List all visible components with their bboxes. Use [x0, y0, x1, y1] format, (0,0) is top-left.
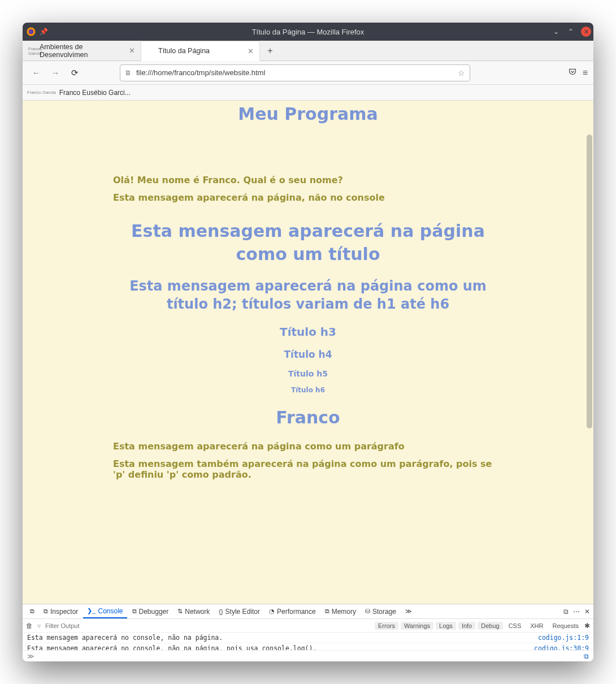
pin-icon[interactable]: 📌 [40, 28, 48, 36]
tab-favicon-icon: Franco Garcia [28, 47, 36, 55]
tab-strip: Franco Garcia Ambientes de Desenvolvimen… [23, 41, 593, 61]
page-paragraph-2: Esta mensagem aparecerá na página, não n… [113, 192, 503, 203]
filter-chip-logs[interactable]: Logs [436, 622, 456, 630]
page-content: Meu Programa Olá! Meu nome é Franco. Qua… [23, 104, 593, 509]
devtools-tab-storage[interactable]: ⛁Storage [361, 604, 400, 618]
devtools-tab-console[interactable]: ❯_Console [83, 604, 127, 618]
url-bar[interactable]: 🗎 file:///home/franco/tmp/site/website.h… [120, 64, 470, 81]
firefox-logo-icon [26, 27, 36, 37]
new-tab-button[interactable]: + [260, 41, 280, 60]
tab-label: Ambientes de Desenvolvimen [40, 43, 125, 59]
filter-chip-xhr[interactable]: XHR [527, 622, 546, 630]
tab-favicon-icon [147, 47, 155, 55]
tab-close-icon[interactable]: ✕ [129, 46, 135, 55]
console-prompt-icon: ≫ [27, 652, 34, 660]
svg-point-1 [29, 29, 34, 34]
window-maximize-button[interactable]: ⌃ [566, 27, 575, 36]
hamburger-menu-icon[interactable]: ≡ [583, 68, 588, 78]
vertical-scrollbar[interactable] [587, 135, 592, 428]
page-scroll-area[interactable]: Meu Programa Olá! Meu nome é Franco. Qua… [23, 101, 593, 604]
bookmarks-toolbar: Franco Garcia Franco Eusébio Garci... [23, 85, 593, 101]
firefox-window: 📌 Título da Página — Mozilla Firefox ⌄ ⌃… [23, 23, 593, 661]
filter-chip-errors[interactable]: Errors [375, 622, 398, 630]
console-log-row[interactable]: Esta mensagem aparecerá no console, não … [23, 633, 593, 643]
devtools-tabbar: ⧉ ⧉Inspector ❯_Console ⧉Debugger ⇅Networ… [23, 604, 593, 619]
bookmark-favicon-icon: Franco Garcia [27, 90, 56, 95]
filter-chip-css[interactable]: CSS [505, 622, 525, 630]
page-paragraph-1: Olá! Meu nome é Franco. Qual é o seu nom… [113, 175, 503, 185]
page-heading-h4: Título h4 [113, 349, 503, 360]
devtools-panel: ⧉ ⧉Inspector ❯_Console ⧉Debugger ⇅Networ… [23, 604, 593, 661]
bookmark-item[interactable]: Franco Eusébio Garci... [59, 89, 131, 97]
filter-chip-info[interactable]: Info [458, 622, 475, 630]
back-button[interactable]: ← [28, 65, 44, 81]
tab-label: Título da Página [158, 47, 210, 55]
devtools-tab-memory[interactable]: ⧉Memory [321, 604, 360, 618]
devtools-tab-debugger[interactable]: ⧉Debugger [128, 604, 173, 618]
window-title: Título da Página — Mozilla Firefox [23, 28, 593, 36]
console-filter-bar: 🗑 ▿ Errors Warnings Logs Info Debug CSS … [23, 619, 593, 633]
page-heading-h3: Título h3 [113, 325, 503, 339]
page-viewport: Meu Programa Olá! Meu nome é Franco. Qua… [23, 101, 593, 604]
devtools-tab-inspector[interactable]: ⧉Inspector [40, 604, 82, 618]
page-heading-h1: Esta mensagem aparecerá na página como u… [113, 220, 503, 266]
devtools-close-icon[interactable]: ✕ [584, 608, 590, 616]
devtools-more-tabs-icon[interactable]: ≫ [401, 604, 416, 618]
console-log-source[interactable]: codigo.js:30:9 [534, 644, 589, 650]
devtools-kebab-icon[interactable]: ⋯ [573, 608, 580, 616]
console-log-source[interactable]: codigo.js:1:9 [538, 634, 589, 642]
page-paragraph-4: Esta mensagem também aparecerá na página… [113, 458, 503, 480]
console-filter-input[interactable] [45, 622, 170, 629]
bookmark-star-icon[interactable]: ☆ [458, 68, 465, 77]
devtools-tab-style-editor[interactable]: {}Style Editor [215, 604, 264, 618]
console-input-row[interactable]: ≫ ⧉ [23, 650, 593, 661]
page-heading-h5: Título h5 [113, 369, 503, 378]
devtools-tab-performance[interactable]: ◔Performance [265, 604, 320, 618]
console-split-icon[interactable]: ⧉ [584, 652, 589, 660]
filter-chip-requests[interactable]: Requests [549, 622, 582, 630]
console-log-row[interactable]: Esta mensagem aparecerá no console, não … [23, 643, 593, 650]
browser-tab-1[interactable]: Título da Página ✕ [141, 41, 260, 61]
pocket-icon[interactable] [568, 67, 577, 79]
page-heading-h2: Esta mensagem aparecerá na página como u… [113, 277, 503, 314]
console-log-message: Esta mensagem aparecerá no console, não … [27, 634, 223, 642]
page-info-icon[interactable]: 🗎 [125, 69, 132, 77]
forward-button[interactable]: → [47, 65, 63, 81]
window-close-button[interactable]: ✕ [581, 27, 591, 37]
page-h1-top: Meu Programa [113, 104, 503, 124]
navigation-toolbar: ← → ⟳ 🗎 file:///home/franco/tmp/site/web… [23, 61, 593, 85]
page-heading-h6: Título h6 [113, 386, 503, 394]
clear-console-icon[interactable]: 🗑 [26, 622, 33, 630]
window-minimize-button[interactable]: ⌄ [552, 27, 561, 36]
browser-tab-0[interactable]: Franco Garcia Ambientes de Desenvolvimen… [23, 41, 141, 60]
filter-chip-debug[interactable]: Debug [478, 622, 502, 630]
filter-funnel-icon[interactable]: ▿ [37, 622, 41, 630]
tab-close-icon[interactable]: ✕ [248, 47, 254, 55]
devtools-tab-network[interactable]: ⇅Network [173, 604, 214, 618]
page-paragraph-3: Esta mensagem aparecerá na página como u… [113, 441, 503, 452]
devtools-dock-icon[interactable]: ⧉ [26, 604, 38, 618]
url-text: file:///home/franco/tmp/site/website.htm… [136, 68, 265, 77]
window-titlebar: 📌 Título da Página — Mozilla Firefox ⌄ ⌃… [23, 23, 593, 41]
reload-button[interactable]: ⟳ [67, 65, 83, 81]
console-output: Esta mensagem aparecerá no console, não … [23, 633, 593, 650]
console-settings-icon[interactable]: ✱ [584, 622, 590, 630]
console-log-message: Esta mensagem aparecerá no console, não … [27, 644, 316, 650]
page-heading-franco: Franco [113, 408, 503, 427]
devtools-responsive-icon[interactable]: ⧉ [563, 608, 569, 616]
filter-chip-warnings[interactable]: Warnings [401, 622, 433, 630]
